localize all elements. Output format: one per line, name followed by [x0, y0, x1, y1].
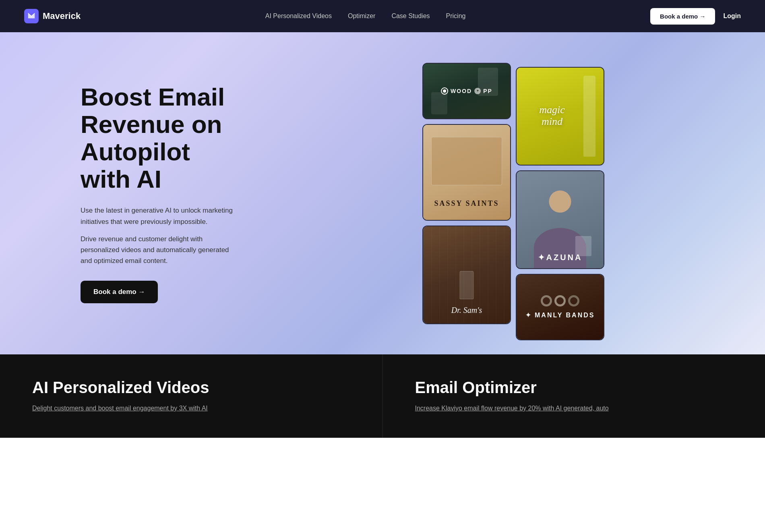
nav-pricing[interactable]: Pricing [446, 12, 466, 20]
bottom-section: AI Personalized Videos Delight customers… [0, 354, 765, 438]
video-card-magic-mind[interactable]: magicmind [516, 67, 604, 166]
hero-subtitle-1: Use the latest in generative AI to unloc… [81, 205, 238, 227]
drsams-brand: Dr. Sam's [451, 306, 482, 315]
woodsupp-brand: WOOD [451, 88, 472, 94]
hero-subtitle-2: Drive revenue and customer delight with … [81, 234, 238, 267]
hero-title: Boost Email Revenue on Autopilot with AI [81, 83, 238, 193]
magic-brand: magicmind [539, 104, 565, 127]
bottom-right-title: Email Optimizer [415, 379, 733, 397]
video-column-1: WOOD ✦ PP SASSY SAINTS [422, 63, 511, 324]
woodsupp-brand-2: PP [483, 88, 492, 94]
logo-svg [27, 12, 36, 21]
sassy-brand: SASSY SAINTS [434, 199, 499, 207]
logo-text: Maverick [43, 11, 81, 21]
bottom-right-desc: Increase Klaviyo email flow revenue by 2… [415, 403, 733, 414]
hero-right: WOOD ✦ PP SASSY SAINTS [262, 32, 765, 354]
bottom-left: AI Personalized Videos Delight customers… [0, 354, 383, 438]
hero-left: Boost Email Revenue on Autopilot with AI… [0, 32, 262, 354]
nav-optimizer[interactable]: Optimizer [348, 12, 375, 20]
video-card-manly-bands[interactable]: ✦ MANLY BANDS [516, 274, 604, 340]
login-button[interactable]: Login [723, 12, 741, 20]
video-card-azuna[interactable]: ✦AZUNA [516, 170, 604, 269]
book-demo-button[interactable]: Book a demo → [650, 8, 715, 25]
navbar: Maverick AI Personalized Videos Optimize… [0, 0, 765, 32]
video-column-2: magicmind ✦AZUN [516, 47, 604, 340]
bottom-left-title: AI Personalized Videos [32, 379, 350, 397]
nav-links: AI Personalized Videos Optimizer Case St… [265, 12, 466, 20]
manly-brand: ✦ MANLY BANDS [525, 311, 595, 319]
azuna-brand: ✦AZUNA [538, 253, 583, 262]
bottom-right: Email Optimizer Increase Klaviyo email f… [383, 354, 765, 438]
video-card-sassy-saints[interactable]: SASSY SAINTS [422, 124, 511, 221]
bottom-left-desc: Delight customers and boost email engage… [32, 403, 350, 414]
nav-ai-videos[interactable]: AI Personalized Videos [265, 12, 332, 20]
logo[interactable]: Maverick [24, 9, 81, 23]
video-card-dr-sams[interactable]: Dr. Sam's [422, 226, 511, 324]
nav-case-studies[interactable]: Case Studies [391, 12, 430, 20]
hero-cta-button[interactable]: Book a demo → [81, 281, 158, 303]
video-card-woodsupp[interactable]: WOOD ✦ PP [422, 63, 511, 119]
logo-icon [24, 9, 39, 23]
hero-section: Boost Email Revenue on Autopilot with AI… [0, 32, 765, 354]
nav-actions: Book a demo → Login [650, 8, 741, 25]
